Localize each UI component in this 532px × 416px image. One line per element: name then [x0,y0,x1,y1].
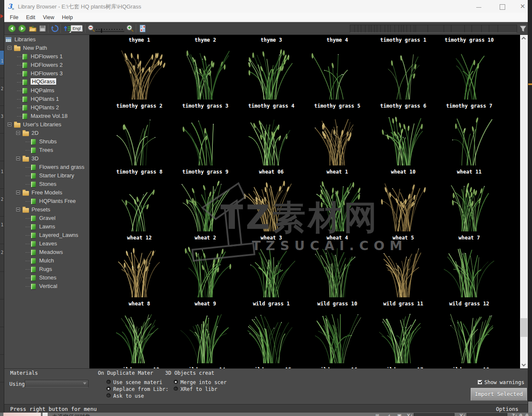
sidebar-item-hqplants-2[interactable]: HQPlants 2 [4,103,89,112]
maximize-button[interactable] [496,3,509,10]
grid-item-thyme-4[interactable]: thyme 4 [304,35,370,44]
grid-item-thyme-3[interactable]: thyme 3 [238,35,304,44]
grid-item-wheat-7[interactable]: wheat 7 [436,176,502,242]
sidebar-item-maxtree-vol-18[interactable]: Maxtree Vol.18 [4,112,89,120]
sidebar-item-rugs[interactable]: Rugs [4,265,89,274]
grid-item-timothy-grass-8[interactable]: timothy grass 8 [106,110,172,176]
grid-item-wild-grass-18[interactable]: wild grass 18 [436,308,502,368]
sidebar-item-leaves[interactable]: Leaves [4,239,89,248]
grid-item-wheat-06[interactable]: wheat 06 [238,110,304,176]
grid-item-timothy-grass-4[interactable]: timothy grass 4 [238,44,304,110]
sidebar-item-hqgrass[interactable]: HQGrass [4,78,89,86]
tree-collapse-icon[interactable] [8,123,11,126]
refresh-button[interactable] [51,24,59,33]
sidebar-item-libraries[interactable]: Libraries [4,35,89,44]
grid-item-wheat-11[interactable]: wheat 11 [436,110,502,176]
filter-icon[interactable] [519,25,527,33]
y-coord-field[interactable] [466,413,507,416]
sidebar-item-mulch[interactable]: Mulch [4,256,89,265]
scroll-up-button[interactable] [520,35,528,42]
grid-scrollbar[interactable] [520,35,528,368]
sidebar-item-3d[interactable]: 3D [4,154,89,163]
tree-collapse-icon[interactable] [8,46,11,50]
sort-import-button[interactable] [63,24,72,33]
save-button[interactable] [38,24,47,33]
grid-item-wild-grass-10[interactable]: wild grass 10 [304,242,370,308]
sidebar-item-meadows[interactable]: Meadows [4,248,89,256]
close-button[interactable]: ✕ [516,3,529,10]
sidebar-item-hqplants-free[interactable]: HQPlants Free [4,197,89,205]
sidebar-item-vertical[interactable]: Vertical [4,282,89,291]
sidebar-item-stones[interactable]: Stones [4,180,89,188]
sidebar-item-hdflowers-2[interactable]: HDFlowers 2 [4,61,89,69]
grid-item-timothy-grass-7[interactable]: timothy grass 7 [436,44,502,110]
grid-item-wild-grass-16[interactable]: wild grass 16 [304,308,370,368]
thumbnail-size-slider[interactable] [95,27,124,30]
options-link[interactable]: Options [496,406,518,412]
grid-item-wheat-9[interactable]: wheat 9 [172,242,238,308]
menu-view[interactable]: View [39,14,58,21]
grid-item-wheat-10[interactable]: wheat 10 [370,110,436,176]
back-button[interactable] [8,24,16,33]
sidebar-item-2d[interactable]: 2D [4,129,89,137]
grid-item-wild-grass-1[interactable]: wild grass 1 [238,242,304,308]
scrollbar-thumb[interactable] [521,318,527,337]
grid-item-thyme-2[interactable]: thyme 2 [172,35,238,44]
grid-item-wild-grass-13[interactable]: wild grass 13 [106,308,172,368]
zoom-out-icon[interactable] [87,24,96,33]
grid-item-wheat-12[interactable]: wheat 12 [106,176,172,242]
histogram-scrubber[interactable] [350,25,517,33]
sidebar-item-presets[interactable]: Presets [4,205,89,214]
zoom-in-icon[interactable] [126,24,134,33]
grid-item-wild-grass-11[interactable]: wild grass 11 [370,242,436,308]
coords-mode-icon[interactable]: ▣ [397,413,401,416]
sidebar-item-new-path[interactable]: New Path [4,44,89,52]
x-coord-field[interactable] [414,413,455,416]
grid-item-wheat-8[interactable]: wheat 8 [106,242,172,308]
sidebar-item-lawns[interactable]: Lawns [4,222,89,231]
tree-collapse-icon[interactable] [16,208,20,211]
sidebar-item-shrubs[interactable]: Shrubs [4,137,89,146]
forward-button[interactable] [18,24,26,33]
sidebar-item-free-models[interactable]: Free Models [4,188,89,197]
tree-collapse-icon[interactable] [16,131,20,135]
menu-help[interactable]: Help [58,14,77,21]
grid-item-timothy-grass-5[interactable]: timothy grass 5 [304,44,370,110]
sidebar-item-hqpalms[interactable]: HQPalms [4,86,89,95]
sidebar-item-hdflowers-1[interactable]: HDFlowers 1 [4,52,89,61]
open-folder-button[interactable] [29,24,37,33]
sidebar-item-starter-library[interactable]: Starter Library [4,171,89,180]
grid-item-wild-grass-14[interactable]: wild grass 14 [172,308,238,368]
sidebar-item-hdflowers-3[interactable]: HDFlowers 3 [4,69,89,78]
grid-item-wheat-1[interactable]: wheat 1 [304,110,370,176]
sidebar-item-gravel[interactable]: Gravel [4,214,89,222]
tree-collapse-icon[interactable] [16,157,20,160]
sidebar-item-layered-lawns[interactable]: Layered_Lawns [4,231,89,239]
menu-file[interactable]: File [6,14,22,21]
import-selected-button[interactable]: Import Selected [471,388,527,401]
scroll-down-button[interactable] [520,362,528,368]
tree-collapse-icon[interactable] [16,191,20,194]
using-dropdown[interactable] [25,380,89,388]
sidebar-item-flowers-and-grass[interactable]: Flowers and grass [4,163,89,171]
grid-item-wild-grass-12[interactable]: wild grass 12 [436,242,502,308]
grid-item-thyme-1[interactable]: thyme 1 [106,35,172,44]
grid-item-timothy-grass-9[interactable]: timothy grass 9 [172,110,238,176]
grid-item-timothy-grass-2[interactable]: timothy grass 2 [106,44,172,110]
angle-snap-icon[interactable]: ⊿ [386,413,390,416]
sidebar-item-hqplants-1[interactable]: HQPlants 1 [4,95,89,103]
grid-item-timothy-grass-10[interactable]: timothy grass 10 [436,35,502,44]
snap-toggle-icon[interactable]: ⊞ [375,413,379,416]
grid-item-wheat-4[interactable]: wheat 4 [304,176,370,242]
title-bar[interactable]: 3 Library Browser - E:\七套 HQ plants树库\HQ… [4,0,528,13]
menu-edit[interactable]: Edit [22,14,39,21]
grid-item-timothy-grass-1[interactable]: timothy grass 1 [370,35,436,44]
language-selector[interactable]: Engl [71,25,83,31]
materials-toggle-icon[interactable] [138,24,147,33]
sidebar-item-stones[interactable]: Stones [4,274,89,282]
grid-item-timothy-grass-3[interactable]: timothy grass 3 [172,44,238,110]
grid-item-wheat-2[interactable]: wheat 2 [172,176,238,242]
grid-item-wild-grass-17[interactable]: wild grass 17 [370,308,436,368]
grid-item-timothy-grass-6[interactable]: timothy grass 6 [370,44,436,110]
minimize-button[interactable] [472,3,485,10]
